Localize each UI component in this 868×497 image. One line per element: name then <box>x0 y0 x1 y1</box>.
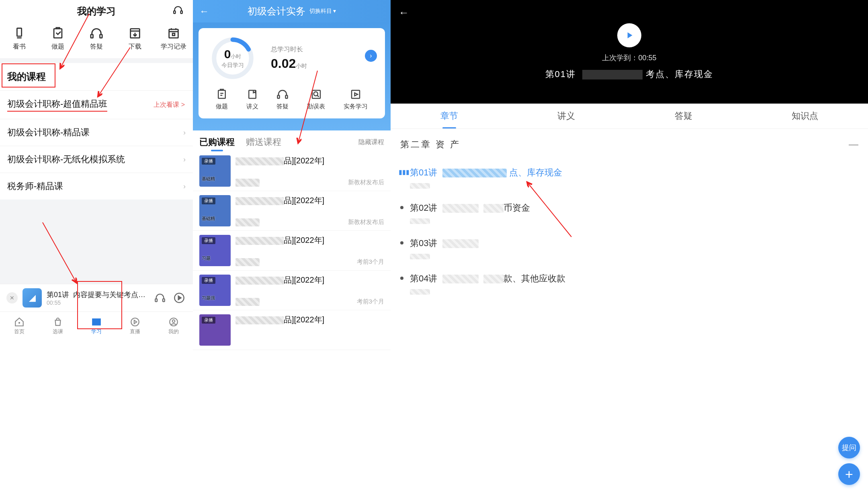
course-title: 品][2022年] <box>235 235 384 246</box>
course-title: 品][2022年] <box>235 314 384 325</box>
chevron-right-icon: › <box>183 128 186 137</box>
lecture-item[interactable]: 第03讲 <box>391 231 868 266</box>
course-item[interactable]: 初级会计职称-无纸化模拟系统 › <box>0 146 193 173</box>
course-row[interactable]: 录播习题 品][2022年] 考前3个月 <box>193 231 391 271</box>
svg-marker-17 <box>178 296 181 299</box>
act-notes[interactable]: 讲义 <box>246 88 258 110</box>
tool-download[interactable]: 下载 <box>119 26 151 51</box>
course-row[interactable]: 录播基础精 品][2022年] 新教材发布后 <box>193 151 391 191</box>
tool-label: 答疑 <box>90 43 103 51</box>
tool-label: 下载 <box>129 43 141 51</box>
play-icon[interactable] <box>172 291 186 305</box>
tool-read[interactable]: 看书 <box>4 26 35 51</box>
course-row[interactable]: 录播习题强 品][2022年] 考前3个月 <box>193 271 391 310</box>
tab-purchased[interactable]: 已购课程 <box>199 136 235 148</box>
lecture-item[interactable]: ▮▮▮ 第01讲 点、库存现金 <box>391 160 868 196</box>
act-practical[interactable]: 实务学习 <box>344 88 368 110</box>
svg-point-22 <box>172 320 175 322</box>
play-button[interactable] <box>617 23 641 47</box>
bullet-icon <box>400 241 403 244</box>
tool-practice[interactable]: 做题 <box>42 26 74 51</box>
chapter-title: 第二章 资 产 <box>400 139 461 151</box>
tab-home[interactable]: 首页 <box>0 312 39 340</box>
act-qa[interactable]: 答疑 <box>276 88 289 110</box>
course-title: 税务师-精品课 <box>7 180 63 192</box>
tab-notes[interactable]: 讲义 <box>557 110 575 122</box>
video-title: 第01讲 考点、库存现金 <box>545 68 714 80</box>
svg-rect-27 <box>218 90 225 98</box>
course-sub: 新教材发布后 <box>235 218 384 226</box>
svg-rect-6 <box>100 35 102 38</box>
lecture-title: 第02讲 币资金 <box>410 202 858 214</box>
lecture-title: 第04讲 款、其他应收款 <box>410 273 858 285</box>
course-thumb: 录播习题强 <box>199 275 231 306</box>
tab-points[interactable]: 知识点 <box>792 110 818 122</box>
switch-subject[interactable]: 切换科目 ▾ <box>309 8 336 15</box>
course-row[interactable]: 录播基础精 品][2022年] 新教材发布后 <box>193 191 391 231</box>
lecture-item[interactable]: 第04讲 款、其他应收款 <box>391 266 868 301</box>
tool-history[interactable]: 学习记录 <box>158 26 189 51</box>
close-icon[interactable]: ✕ <box>6 292 18 303</box>
today-dial: 0小时 今日学习 <box>211 36 255 80</box>
act-practice[interactable]: 做题 <box>216 88 228 110</box>
back-icon[interactable]: ← <box>399 6 409 19</box>
add-button[interactable]: + <box>838 463 860 485</box>
tab-shop[interactable]: 选课 <box>39 312 77 340</box>
course-item[interactable]: 初级会计职称-精品课 › <box>0 119 193 146</box>
chapter-header[interactable]: 第二章 资 产 — <box>391 129 868 160</box>
tab-label: 学习 <box>91 328 102 335</box>
svg-marker-35 <box>355 93 358 96</box>
rec-badge: 录播 <box>202 277 215 284</box>
lecture-title: 第03讲 <box>410 237 858 249</box>
mini-player[interactable]: ✕ ◢ 第01讲 内容提要与关键考点… 00:55 <box>0 284 193 312</box>
course-thumb: 录播基础精 <box>199 155 231 187</box>
course-title: 初级会计职称-精品课 <box>7 126 90 139</box>
total-unit: 小时 <box>296 63 307 69</box>
course-item[interactable]: 初级会计职称-超值精品班 上次看课 > <box>0 90 193 119</box>
svg-rect-13 <box>172 33 175 36</box>
svg-marker-20 <box>134 320 137 324</box>
course-title: 品][2022年] <box>235 155 384 166</box>
svg-rect-30 <box>286 96 288 99</box>
total-hours: 0.02 <box>271 56 296 71</box>
collapse-icon[interactable]: — <box>849 139 858 151</box>
headphone-icon[interactable] <box>153 291 167 305</box>
ask-button[interactable]: 提问 <box>838 437 860 458</box>
support-icon[interactable] <box>173 5 183 18</box>
course-title: 初级会计职称-超值精品班 <box>7 98 107 112</box>
tab-me[interactable]: 我的 <box>154 312 193 340</box>
tab-gift[interactable]: 赠送课程 <box>246 136 281 148</box>
tab-live[interactable]: 直播 <box>116 312 154 340</box>
tab-chapter[interactable]: 章节 <box>440 110 458 122</box>
video-player-area[interactable]: ← 上次学到：00:55 第01讲 考点、库存现金 <box>391 0 868 104</box>
course-row[interactable]: 录播 品][2022年] <box>193 310 391 350</box>
lecture-title: 第01讲 点、库存现金 <box>410 167 858 179</box>
page-title: 初级会计实务 <box>248 5 305 18</box>
act-label: 讲义 <box>246 103 258 110</box>
act-errata[interactable]: 勘误表 <box>307 88 325 110</box>
tab-hidden[interactable]: 隐藏课程 <box>358 138 384 147</box>
stats-card: 0小时 今日学习 总学习时长 0.02小时 › 做题 讲义 答疑 勘误表 实务学… <box>199 28 385 118</box>
last-position: 上次学到：00:55 <box>602 53 656 63</box>
lecture-item[interactable]: 第02讲 币资金 <box>391 196 868 231</box>
player-title: 第01讲 内容提要与关键考点… <box>47 290 148 299</box>
tool-qa[interactable]: 答疑 <box>81 26 112 51</box>
back-icon[interactable]: ← <box>199 6 209 17</box>
course-thumb: 录播基础精 <box>199 195 231 226</box>
chevron-right-icon: › <box>183 155 186 164</box>
tab-qa[interactable]: 答疑 <box>675 110 692 122</box>
go-button[interactable]: › <box>365 50 377 62</box>
tool-label: 看书 <box>13 43 26 51</box>
svg-rect-28 <box>249 90 256 98</box>
tab-study[interactable]: 学习 <box>77 312 116 340</box>
svg-rect-5 <box>91 35 93 38</box>
rec-badge: 录播 <box>202 198 215 204</box>
svg-rect-15 <box>163 299 165 301</box>
svg-point-32 <box>314 92 318 96</box>
playing-icon: ▮▮▮ <box>399 168 409 176</box>
rec-badge: 录播 <box>202 237 215 244</box>
svg-point-18 <box>19 322 20 323</box>
last-view-badge[interactable]: 上次看课 > <box>154 101 185 109</box>
course-item[interactable]: 税务师-精品课 › <box>0 173 193 200</box>
act-label: 实务学习 <box>344 103 368 110</box>
